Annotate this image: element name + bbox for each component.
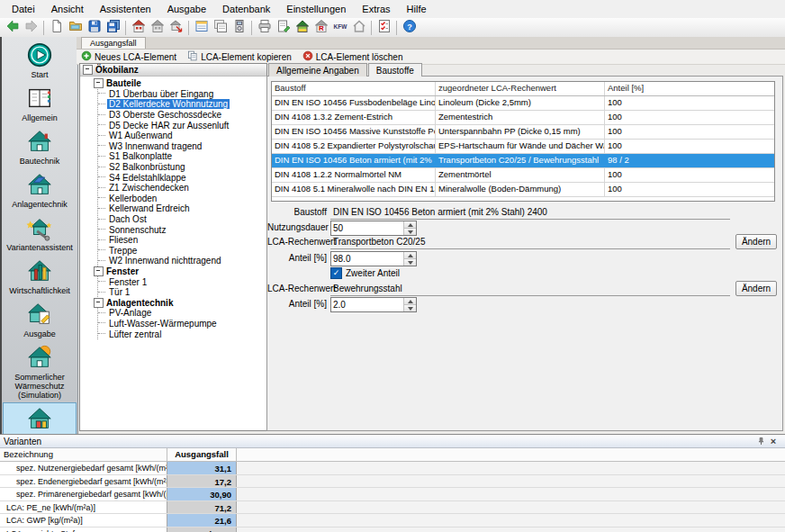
zweiter-anteil-checkbox[interactable]: ✓ — [330, 267, 342, 279]
tree-item-s2-balkonbrüstung[interactable]: S2 Balkonbrüstung — [98, 162, 266, 173]
toolbar-button-form-copy-icon[interactable] — [211, 19, 230, 36]
toolbar-button-house-r-icon[interactable]: R — [311, 19, 330, 36]
tree-item-lüfter-zentral[interactable]: Lüfter zentral — [98, 329, 266, 339]
sidebar-item-sommerlicher-wärmeschutz-simulation[interactable]: Sommerlicher Wärmeschutz (Simulation) — [4, 342, 76, 401]
tree-item-d1-überbau-über-eingang[interactable]: D1 Überbau über Eingang — [98, 89, 266, 100]
table-row[interactable]: DIN EN ISO 10456 Massive Kunststoffe Pol… — [272, 125, 774, 140]
toolbar-button-building-export-icon[interactable] — [167, 19, 185, 36]
toolbar-button-kfw-icon[interactable]: KFW — [330, 19, 349, 36]
toolbar-button-meter-icon[interactable] — [230, 19, 248, 36]
tree-item-tür-1[interactable]: Tür 1 — [98, 287, 266, 298]
delete-lca-element-button[interactable]: LCA-Element löschen — [302, 50, 403, 63]
toolbar-button-print-icon[interactable] — [255, 19, 274, 36]
tab-ausgangsfall[interactable]: Ausgangsfall — [81, 37, 146, 49]
table-row[interactable]: DIN 4108 1.3.2 Zement-EstrichZementestri… — [272, 111, 774, 125]
anteil-2-spinner[interactable] — [330, 297, 417, 312]
toolbar-button-report-edit-icon[interactable] — [274, 19, 293, 36]
tree-item-sonnenschutz[interactable]: Sonnenschutz — [98, 224, 266, 235]
toolbar-button-form-icon[interactable] — [192, 19, 211, 36]
tab-baustoffe[interactable]: Baustoffe — [368, 63, 422, 77]
tree-root-oekobilanz[interactable]: Ökobilanz — [80, 64, 266, 77]
close-icon[interactable]: × — [767, 436, 780, 446]
aendern-button-1[interactable]: Ändern — [735, 234, 777, 249]
tree-item-d2-kellerdecke-wohnnutzung[interactable]: D2 Kellerdecke Wohnnutzung — [98, 99, 266, 110]
nutzungsdauer-input[interactable] — [331, 221, 403, 235]
menu-einstellungen[interactable]: Einstellungen — [278, 1, 354, 17]
collapse-icon[interactable] — [83, 65, 93, 75]
sidebar-item-ausgabe[interactable]: Ausgabe — [4, 299, 76, 340]
tree-item-w2-innenwand-nichttragend[interactable]: W2 Innenwand nichttragend — [98, 256, 266, 266]
tree-item-treppe[interactable]: Treppe — [98, 246, 266, 257]
sidebar-item-allgemein[interactable]: Allgemein — [4, 83, 76, 124]
spin-up-button[interactable] — [404, 221, 416, 228]
copy-lca-element-button[interactable]: LCA-Element kopieren — [187, 50, 292, 63]
sidebar-item-ökobilanz[interactable]: Ökobilanz — [4, 403, 76, 434]
tree-item-w3-innenwand-tragend[interactable]: W3 Innenwand tragend — [98, 141, 266, 152]
spin-down-button[interactable] — [404, 228, 416, 235]
tree-item-z1-zwischendecken[interactable]: Z1 Zwischendecken — [98, 183, 266, 194]
toolbar-button-help-icon[interactable]: ? — [400, 19, 419, 36]
menu-assistenten[interactable]: Assistenten — [92, 1, 159, 17]
table-row[interactable]: DIN 4108 5.1 Mineralwolle nach DIN EN 13… — [272, 183, 774, 197]
table-row[interactable]: DIN EN ISO 10456 Fussbodenbeläge Linoleu… — [272, 96, 774, 111]
table-row[interactable]: DIN EN ISO 10456 Beton armiert (mit 2% S… — [272, 154, 774, 168]
tree-item-d5-decke-har-zur-aussenluft[interactable]: D5 Decke HAR zur Aussenluft — [98, 120, 266, 131]
empty-header-cell — [237, 448, 785, 461]
tree-item-luft-wasser-wärmepumpe[interactable]: Luft-Wasser-Wärmepumpe — [98, 319, 266, 329]
menu-extras[interactable]: Extras — [354, 1, 398, 17]
tree-item-fenster-1[interactable]: Fenster 1 — [98, 276, 266, 287]
table-row[interactable]: DIN 4108 1.2.2 Normalmörtel NMZementmört… — [272, 168, 774, 183]
nutzungsdauer-spinner[interactable] — [330, 221, 417, 236]
menu-ansicht[interactable]: Ansicht — [43, 1, 92, 17]
menu-hilfe[interactable]: Hilfe — [399, 1, 435, 17]
anteil-1-input[interactable] — [331, 252, 403, 266]
toolbar-button-checklist-icon[interactable] — [374, 19, 393, 36]
toolbar-button-building-icon[interactable] — [129, 19, 148, 36]
tree-group-anlagentechnik[interactable]: Anlagentechnik — [80, 297, 266, 308]
spin-up-button[interactable] — [404, 298, 416, 304]
tree-item-s1-balkonplatte[interactable]: S1 Balkonplatte — [98, 151, 266, 162]
tree-item-kellerboden[interactable]: Kellerboden — [98, 194, 266, 204]
anteil-2-input[interactable] — [331, 298, 403, 311]
sidebar-item-bautechnik[interactable]: Bautechnik — [4, 126, 76, 167]
anteil-1-spinner[interactable] — [330, 251, 417, 266]
table-row[interactable]: DIN 4108 5.2 Expandierter Polystyrolscha… — [272, 140, 774, 154]
tree-group-bauteile[interactable]: Bauteile — [80, 78, 266, 89]
collapse-icon[interactable] — [94, 298, 104, 308]
sidebar-item-anlagentechnik[interactable]: Anlagentechnik — [4, 169, 76, 211]
sidebar-item-wirtschaftlichkeit[interactable]: Wirtschaftlichkeit — [4, 256, 76, 297]
tree-item-kellerwand-erdreich[interactable]: Kellerwand Erdreich — [98, 203, 266, 214]
tree-item-pv-anlage[interactable]: PV-Anlage — [98, 308, 266, 319]
bezeichnung-column-header: Bezeichnung — [0, 448, 167, 461]
spin-up-button[interactable] — [404, 252, 416, 258]
sidebar-item-start[interactable]: Start — [4, 40, 76, 81]
menu-datei[interactable]: Datei — [4, 1, 43, 17]
menu-ausgabe[interactable]: Ausgabe — [159, 1, 214, 17]
collapse-icon[interactable] — [94, 266, 104, 276]
tree-item-d3-oberste-geschossdecke[interactable]: D3 Oberste Geschossdecke — [98, 110, 266, 121]
spin-down-button[interactable] — [404, 258, 416, 266]
aendern-button-2[interactable]: Ändern — [735, 281, 777, 296]
toolbar-button-house-outline-icon[interactable] — [349, 19, 368, 36]
toolbar-button-back-icon[interactable] — [3, 19, 22, 36]
toolbar-button-new-file-icon[interactable] — [47, 19, 66, 36]
collapse-icon[interactable] — [94, 78, 104, 88]
tree-item-fliesen[interactable]: Fliesen — [98, 235, 266, 246]
spin-down-button[interactable] — [404, 304, 416, 311]
toolbar-button-save-icon[interactable] — [85, 19, 104, 36]
toolbar-button-forward-icon[interactable] — [22, 19, 41, 36]
tab-allgemeine-angaben[interactable]: Allgemeine Angaben — [268, 63, 367, 77]
pin-icon[interactable] — [754, 436, 767, 446]
tree-group-fenster[interactable]: Fenster — [80, 266, 266, 277]
tree-item-w1-außenwand[interactable]: W1 Außenwand — [98, 131, 266, 141]
toolbar-button-building-gray-icon[interactable] — [148, 19, 167, 36]
toolbar-button-energy-house-icon[interactable] — [293, 19, 311, 36]
toolbar-button-open-folder-icon[interactable] — [66, 19, 85, 36]
menu-datenbank[interactable]: Datenbank — [214, 1, 278, 17]
toolbar-button-save-all-icon[interactable] — [104, 19, 122, 36]
new-lca-element-button[interactable]: Neues LCA-Element — [81, 50, 176, 63]
toolbar-separator — [125, 21, 126, 35]
sidebar-item-variantenassistent[interactable]: Variantenassistent — [4, 212, 76, 254]
tree-item-s4-edelstahlklappe[interactable]: S4 Edelstahlklappe — [98, 172, 266, 183]
tree-item-dach-ost[interactable]: Dach Ost — [98, 214, 266, 225]
